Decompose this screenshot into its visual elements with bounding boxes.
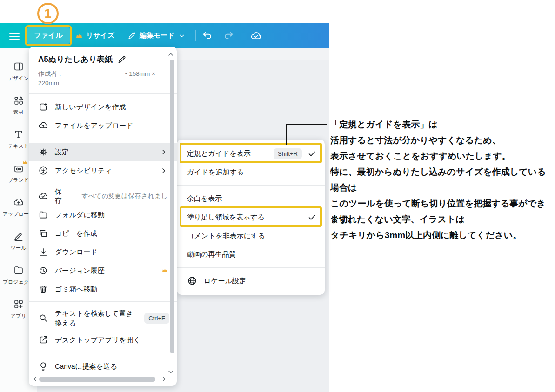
design-size-part1: • 158mm × xyxy=(125,69,155,79)
submenu-item-show-margins[interactable]: 余白を表示 xyxy=(177,189,325,208)
step-number-text: 1 xyxy=(44,7,51,21)
submenu-item-hide-comments[interactable]: コメントを非表示にする xyxy=(177,226,325,245)
menu-item-label: 保存 xyxy=(55,187,67,205)
menu-divider xyxy=(177,267,325,268)
globe-icon xyxy=(187,276,197,286)
hamburger-menu-icon[interactable] xyxy=(9,31,20,41)
submenu-item-label: ガイドを追加する xyxy=(187,168,244,177)
lightbulb-icon xyxy=(38,361,48,372)
submenu-item-label: 余白を表示 xyxy=(187,194,222,203)
submenu-item-locale-settings[interactable]: ロケール設定 xyxy=(177,272,325,290)
annotation-connector-line xyxy=(286,124,287,145)
history-icon xyxy=(38,266,48,276)
design-icon xyxy=(13,61,24,72)
undo-button[interactable] xyxy=(202,30,213,41)
menu-item-label: ゴミ箱へ移動 xyxy=(55,285,97,294)
submenu-item-label: 定規とガイドを表示 xyxy=(187,149,251,158)
folder-icon xyxy=(13,265,24,276)
menu-item-make-copy[interactable]: コピーを作成 xyxy=(29,224,177,243)
file-menu-button-label: ファイル xyxy=(34,31,62,40)
sidebar-item-label: デザイン xyxy=(8,75,29,82)
scroll-up-arrow[interactable] xyxy=(167,51,174,58)
upload-cloud-icon xyxy=(38,120,48,131)
menu-item-label: ダウンロード xyxy=(55,248,98,257)
toolbar-divider xyxy=(195,30,196,41)
edit-mode-button[interactable]: 編集モード xyxy=(127,23,186,48)
resize-button-label: リサイズ xyxy=(86,31,114,40)
file-menu-header: A5ぬりたしあり表紙 作成者： • 158mm × 220mm xyxy=(29,47,177,93)
scroll-left-arrow[interactable] xyxy=(32,376,38,382)
apps-grid-icon xyxy=(13,299,24,310)
sidebar-item-label: アプリ xyxy=(11,312,27,319)
new-design-icon xyxy=(38,102,48,112)
sidebar-item-label: ブランド xyxy=(8,177,29,184)
annotation-warning: ※切れたくない文字、イラストは タチキリから3mm以上内側に離してください。 xyxy=(330,212,554,243)
menu-item-move-to-trash[interactable]: ゴミ箱へ移動 xyxy=(29,280,177,299)
menu-item-move-to-folder[interactable]: フォルダに移動 xyxy=(29,206,177,224)
top-bar: ファイル リサイズ 編集モード xyxy=(0,23,329,48)
annotation-connector-line xyxy=(286,124,327,125)
vertical-scrollbar-thumb[interactable] xyxy=(170,60,174,353)
horizontal-scrollbar[interactable] xyxy=(32,376,167,382)
elements-icon xyxy=(13,95,24,106)
scroll-down-arrow[interactable] xyxy=(167,368,174,376)
toolbar-divider xyxy=(241,30,241,41)
submenu-item-label: 動画の再生品質 xyxy=(187,250,236,259)
menu-item-create-new-design[interactable]: 新しいデザインを作成 xyxy=(29,98,177,116)
annotation-line: ※切れたくない文字、イラストは xyxy=(330,212,554,227)
pen-tool-icon xyxy=(13,231,24,242)
menu-item-label: デスクトップアプリを開く xyxy=(55,336,140,345)
annotation-line: 活用すると寸法が分かりやすくなるため、 xyxy=(330,133,554,148)
sidebar-item-label: ツール xyxy=(11,245,27,252)
annotation-line: 表示させておくことをおすすめいたします。 xyxy=(330,148,554,164)
design-size-part2: 220mm xyxy=(38,80,59,86)
crown-icon xyxy=(161,267,168,274)
cloud-check-icon xyxy=(38,191,48,201)
menu-item-version-history[interactable]: バージョン履歴 xyxy=(29,261,177,280)
save-status-button[interactable] xyxy=(250,30,261,41)
chevron-right-icon xyxy=(160,148,167,156)
edit-title-icon[interactable] xyxy=(117,55,127,64)
scroll-right-arrow[interactable] xyxy=(161,376,167,382)
step-number-badge: 1 xyxy=(37,3,59,24)
search-icon xyxy=(38,313,48,323)
menu-item-label: コピーを作成 xyxy=(55,229,97,238)
external-link-icon xyxy=(38,335,48,345)
menu-item-send-suggestion[interactable]: Canvaに提案を送る xyxy=(29,357,177,376)
submenu-item-show-bleed[interactable]: 塗り足し領域を表示する xyxy=(177,208,325,226)
menu-item-download[interactable]: ダウンロード xyxy=(29,243,177,261)
menu-item-label: ファイルをアップロード xyxy=(55,121,134,130)
trash-icon xyxy=(38,284,48,294)
check-icon xyxy=(308,213,316,222)
submenu-item-video-quality[interactable]: 動画の再生品質 xyxy=(177,245,325,264)
resize-button[interactable]: リサイズ xyxy=(75,23,114,48)
menu-item-label: フォルダに移動 xyxy=(55,211,105,219)
undo-icon xyxy=(202,30,213,41)
menu-item-label: 設定 xyxy=(55,148,69,157)
menu-item-upload-file[interactable]: ファイルをアップロード xyxy=(29,116,177,135)
submenu-item-label: コメントを非表示にする xyxy=(187,232,265,240)
horizontal-scrollbar-thumb[interactable] xyxy=(39,377,155,382)
menu-divider xyxy=(177,185,325,186)
annotation-line: タチキリから3mm以上内側に離してください。 xyxy=(330,227,554,243)
menu-item-open-desktop-app[interactable]: デスクトップアプリを開く xyxy=(29,331,177,349)
accessibility-icon xyxy=(38,166,48,176)
menu-item-settings[interactable]: 設定 xyxy=(29,143,177,161)
submenu-item-show-rulers-guides[interactable]: 定規とガイドを表示 Shift+R xyxy=(177,144,325,163)
redo-button[interactable] xyxy=(223,30,234,41)
brand-icon xyxy=(13,163,24,174)
menu-item-find-and-replace[interactable]: テキストを検索して置き換える Ctrl+F xyxy=(29,306,177,331)
gear-icon xyxy=(38,147,48,157)
menu-item-accessibility[interactable]: アクセシビリティ xyxy=(29,161,177,180)
edit-mode-label: 編集モード xyxy=(140,31,175,40)
folder-icon xyxy=(38,210,48,220)
file-menu-button[interactable]: ファイル xyxy=(27,27,70,44)
submenu-item-add-guides[interactable]: ガイドを追加する xyxy=(177,163,325,181)
save-status-text: すべての変更は保存されました xyxy=(81,192,167,200)
menu-item-label: テキストを検索して置き換える xyxy=(55,308,133,328)
menu-item-label: 新しいデザインを作成 xyxy=(55,103,126,112)
submenu-item-label: 塗り足し領域を表示する xyxy=(187,213,265,222)
upload-cloud-icon xyxy=(13,197,24,208)
text-icon xyxy=(13,129,24,140)
menu-item-save[interactable]: 保存 すべての変更は保存されました xyxy=(29,187,177,206)
